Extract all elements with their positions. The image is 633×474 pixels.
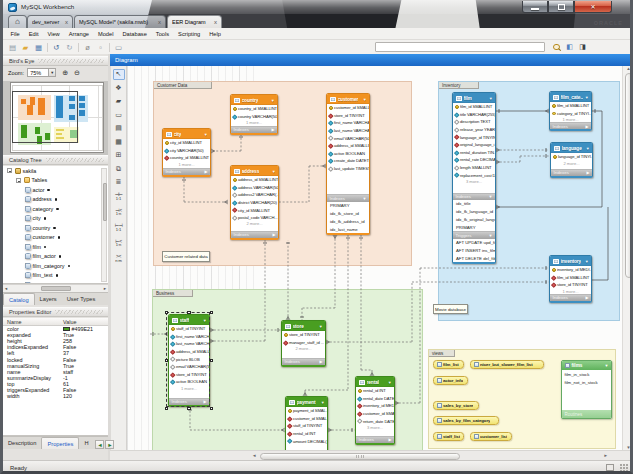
toggle-right-panel-icon[interactable]: ◨ — [577, 42, 588, 52]
column-row[interactable]: film_id SMALLINT — [550, 274, 591, 282]
routine-group-header[interactable]: films▼ — [562, 361, 611, 370]
column-row[interactable]: create_date DATETI... — [327, 157, 369, 165]
collapse-arrow-icon[interactable]: ▼ — [489, 96, 493, 101]
column-row[interactable]: title VARCHAR(255) — [453, 111, 495, 119]
more-columns-label[interactable]: 3 more... — [453, 179, 495, 184]
section-item[interactable]: idx_last_name — [327, 225, 369, 233]
section-item[interactable]: PRIMARY — [453, 223, 495, 231]
copy-icon[interactable]: ▫ — [95, 42, 106, 53]
toggle-left-panel-icon[interactable]: ◧ — [564, 42, 575, 52]
table-payment[interactable]: payment▼payment_id SMAL...customer_id SM… — [285, 396, 328, 450]
column-row[interactable]: picture BLOB — [169, 355, 209, 363]
section-indexes[interactable]: Indexes▼ — [327, 194, 369, 201]
tree-item-table-film_text[interactable]: film_text — [3, 271, 108, 281]
table-address[interactable]: address▼address_id SMALLINTaddress VARCH… — [230, 165, 279, 240]
section-item[interactable]: idx_fk_store_id — [327, 210, 369, 218]
section-item[interactable]: idx_fk_language_id — [453, 208, 495, 216]
section-indexes[interactable]: Indexes▼ — [453, 193, 495, 200]
table-city[interactable]: city▼city_id SMALLINTcity VARCHAR(50)cou… — [162, 128, 211, 177]
column-row[interactable]: email VARCHAR(50) — [169, 363, 209, 371]
column-row[interactable]: address2 VARCHAR(... — [231, 191, 278, 199]
menu-item-scripting[interactable]: Scripting — [174, 31, 205, 37]
scroll-up-icon[interactable]: ▲ — [623, 66, 633, 71]
property-row-width[interactable]: width120 — [3, 393, 108, 399]
collapse-arrow-icon[interactable]: ▼ — [363, 97, 367, 102]
image-tool-icon[interactable]: ▦ — [113, 136, 125, 147]
document-tab-MySQL[interactable]: MySQL Model* (sakila.mwb)x — [74, 15, 166, 28]
more-columns-label[interactable]: 2 more... — [282, 346, 325, 351]
selection-handle[interactable] — [210, 311, 214, 315]
view-tool-icon[interactable]: ⧉ — [113, 163, 125, 174]
canvas-vscrollbar[interactable]: ▲ ▼ — [622, 66, 633, 450]
editor-tab-properties[interactable]: Properties — [41, 437, 79, 449]
tree-item-table-film[interactable]: film — [3, 242, 108, 252]
catalog-tree-header[interactable]: Catalog Tree — [3, 155, 108, 165]
selection-handle[interactable] — [165, 311, 169, 315]
view-customer_list[interactable]: customer_list — [470, 432, 512, 441]
pointer-tool-icon[interactable]: ↖ — [113, 69, 125, 80]
column-row[interactable]: inventory_id MEDI... — [550, 266, 591, 274]
section-item[interactable]: PRIMARY — [327, 202, 369, 210]
view-sales_by_film_category[interactable]: sales_by_film_category — [433, 416, 499, 425]
column-row[interactable]: country_id SMALLINT — [163, 154, 210, 162]
new-diagram-icon[interactable]: ▭ — [113, 42, 124, 53]
column-row[interactable]: address_id SMALLINT — [231, 176, 278, 184]
column-row[interactable]: language_id TINYINT — [453, 133, 495, 141]
collapse-arrow-icon[interactable]: ▼ — [204, 132, 208, 137]
sidebar-tab-user-types[interactable]: User Types — [62, 293, 101, 305]
zoom-dropdown-arrow-icon[interactable]: ▼ — [49, 68, 56, 77]
column-row[interactable]: payment_id SMAL... — [286, 407, 327, 415]
scroll-left-icon[interactable]: ◄ — [4, 286, 8, 291]
selection-handle[interactable] — [210, 407, 214, 411]
catalog-tree-vscroll-thumb[interactable] — [103, 183, 107, 221]
collapse-arrow-icon[interactable]: ▼ — [319, 324, 323, 329]
nav-back-icon[interactable]: ◄ — [95, 440, 104, 449]
selection-handle[interactable] — [210, 359, 214, 363]
table-film_cate[interactable]: film_cate...▼film_id SMALLINTcategory_id… — [549, 91, 592, 131]
properties-column-name[interactable]: Name — [3, 319, 59, 325]
column-row[interactable]: country VARCHAR(50) — [231, 113, 277, 121]
column-row[interactable]: email VARCHAR(50) — [327, 134, 369, 142]
tree-item-table-category[interactable]: category — [3, 204, 108, 214]
layer-tool-icon[interactable]: ▭ — [113, 109, 125, 120]
rel-1n-tool-icon[interactable]: ⊣<1:n — [113, 206, 125, 219]
table-inventory[interactable]: inventory▼inventory_id MEDI...film_id SM… — [549, 255, 592, 303]
canvas-vscroll-thumb[interactable] — [625, 73, 633, 278]
canvas-hscrollbar[interactable]: ◄ ► — [110, 450, 630, 460]
section-indexes[interactable]: Indexes▶ — [550, 294, 591, 301]
routine-tool-icon[interactable]: ≣ — [113, 177, 125, 188]
rel-11-tool-icon[interactable]: ⊣⊢1:1 — [113, 190, 125, 203]
table-header-green[interactable]: store▼ — [282, 321, 325, 331]
tree-item-table-film_category[interactable]: film_category — [3, 261, 108, 271]
column-row[interactable]: postal_code VARCH... — [231, 214, 278, 222]
table-tool-icon[interactable]: ⊞ — [113, 150, 125, 161]
menu-item-view[interactable]: View — [43, 31, 64, 37]
collapse-arrow-icon[interactable]: ▼ — [605, 363, 609, 368]
table-film[interactable]: film▼film_id SMALLINTtitle VARCHAR(255)d… — [452, 92, 496, 264]
column-row[interactable]: category_id TINYI... — [550, 110, 591, 118]
search-icon[interactable] — [551, 42, 562, 52]
properties-editor-header[interactable]: Properties Editor — [3, 307, 108, 317]
maximize-button[interactable] — [548, 1, 574, 13]
note-tool-icon[interactable]: ▤ — [113, 123, 125, 134]
column-row[interactable]: rental_id INT — [286, 430, 327, 438]
tree-item-table-address[interactable]: address — [3, 195, 108, 205]
zoom-in-icon[interactable]: ⊕ — [62, 69, 68, 77]
close-button[interactable]: ✕ — [574, 1, 612, 13]
redo-icon[interactable]: ↻ — [64, 42, 75, 53]
selection-handle[interactable] — [165, 359, 169, 363]
table-header-orange[interactable]: address▼ — [231, 166, 278, 176]
menu-item-file[interactable]: File — [6, 31, 24, 37]
document-tab-EER[interactable]: EER Diagramx — [167, 15, 222, 28]
scroll-left-icon[interactable]: ◄ — [252, 451, 256, 460]
selection-handle[interactable] — [165, 407, 169, 411]
canvas-hscroll-thumb[interactable] — [260, 453, 460, 460]
collapse-arrow-icon[interactable]: ▼ — [585, 95, 589, 100]
table-header-orange[interactable]: customer▼ — [327, 94, 369, 104]
more-columns-label[interactable]: 3 more... — [356, 425, 394, 430]
collapse-arrow-icon[interactable]: ▼ — [321, 400, 325, 405]
column-row[interactable]: address_id SMALL... — [169, 348, 209, 356]
nav-forward-icon[interactable]: ► — [105, 440, 114, 449]
search-input[interactable] — [375, 42, 545, 52]
section-item[interactable]: idx_title — [453, 200, 495, 208]
